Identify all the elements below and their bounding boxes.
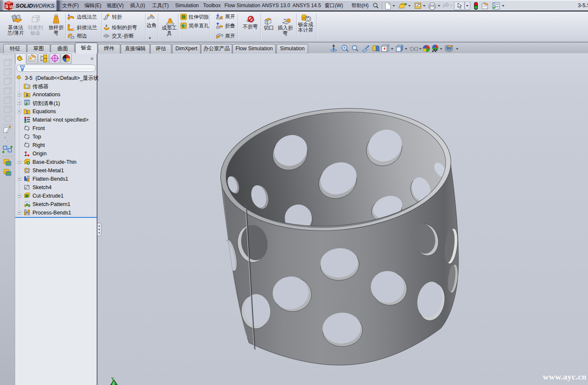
svg-text:S: S xyxy=(5,4,8,9)
svg-text:A: A xyxy=(26,93,29,98)
svg-text:Σ: Σ xyxy=(26,110,28,114)
svg-text:W: W xyxy=(9,5,14,9)
